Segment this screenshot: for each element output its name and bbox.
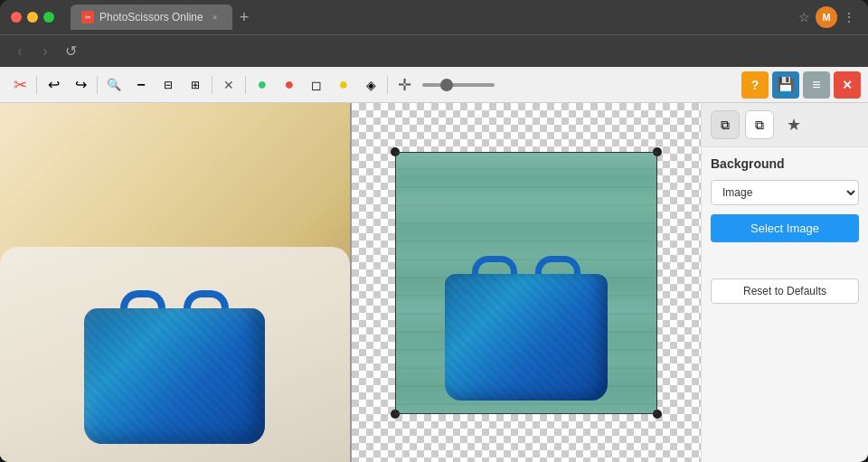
star-icon[interactable]: ☆ <box>796 9 812 25</box>
undo-button[interactable]: ↩ <box>41 72 66 98</box>
move-button[interactable]: ✛ <box>392 72 417 98</box>
panel-tab-copy[interactable]: ⧉ <box>711 110 740 139</box>
panel-body: Background Image Color Transparent Selec… <box>702 147 868 313</box>
foreground-brush-button[interactable]: ● <box>250 72 275 98</box>
background-brush-button[interactable]: ● <box>277 72 302 98</box>
corner-handle-tl[interactable] <box>391 147 400 156</box>
back-button[interactable]: ‹ <box>11 43 29 60</box>
tab-close-button[interactable]: × <box>209 11 222 24</box>
result-panel <box>352 103 702 462</box>
corner-handle-br[interactable] <box>653 410 662 419</box>
browser-icons: ☆ M ⋮ <box>796 6 857 28</box>
separator-2 <box>97 76 98 94</box>
separator-3 <box>212 76 212 94</box>
marker2-button[interactable]: ◈ <box>358 72 383 98</box>
nav-bar: ‹ › ↺ <box>0 34 868 67</box>
app-logo: ✂ <box>7 72 33 98</box>
minimize-window-button[interactable] <box>27 12 38 23</box>
close-button[interactable]: ✕ <box>834 71 861 99</box>
main-content: ⧉ ⧉ ★ Background Image Color Transparent… <box>0 103 868 462</box>
browser-frame: ✂ PhotoScissors Online × + ☆ M ⋮ ‹ › ↺ ✂… <box>0 0 868 462</box>
corner-handle-bl[interactable] <box>391 410 400 419</box>
maximize-window-button[interactable] <box>43 12 54 23</box>
new-tab-button[interactable]: + <box>240 8 250 27</box>
select-image-button[interactable]: Select Image <box>711 214 859 242</box>
canvas-area <box>0 103 701 462</box>
zoom-out-button[interactable]: ⊟ <box>156 72 181 98</box>
tab-title: PhotoScissors Online <box>99 11 203 24</box>
panel-tabs: ⧉ ⧉ ★ <box>702 103 868 147</box>
active-tab[interactable]: ✂ PhotoScissors Online × <box>71 5 232 30</box>
separator-4 <box>245 76 246 94</box>
save-button[interactable]: 💾 <box>772 71 799 99</box>
redo-button[interactable]: ↪ <box>68 72 93 98</box>
tab-favicon: ✂ <box>81 11 94 24</box>
traffic-lights <box>11 12 54 23</box>
background-type-select[interactable]: Image Color Transparent <box>711 180 859 205</box>
original-bag <box>84 290 265 444</box>
menu-button[interactable]: ≡ <box>803 71 830 99</box>
tab-bar: ✂ PhotoScissors Online × + <box>71 5 788 30</box>
zoom-fit-button[interactable]: ⊞ <box>183 72 208 98</box>
zoom-slider[interactable] <box>422 83 495 87</box>
close-window-button[interactable] <box>11 12 22 23</box>
reset-defaults-button[interactable]: Reset to Defaults <box>711 278 859 304</box>
browser-menu-icon[interactable]: ⋮ <box>841 9 857 25</box>
user-avatar[interactable]: M <box>816 6 837 28</box>
original-background <box>0 103 350 462</box>
zoom-minus-button[interactable]: − <box>128 72 154 98</box>
result-background <box>352 103 702 462</box>
title-bar: ✂ PhotoScissors Online × + ☆ M ⋮ <box>0 0 868 34</box>
right-panel: ⧉ ⧉ ★ Background Image Color Transparent… <box>701 103 868 462</box>
right-toolbar: ? 💾 ≡ ✕ <box>741 71 861 99</box>
zoom-slider-container[interactable] <box>422 83 495 87</box>
marker-button[interactable]: ● <box>331 72 356 98</box>
separator-1 <box>36 76 37 94</box>
refresh-button[interactable]: ↺ <box>61 42 80 60</box>
panel-tab-copy2[interactable]: ⧉ <box>745 110 774 139</box>
bag-body <box>84 308 265 444</box>
cancel-button[interactable]: ✕ <box>216 72 241 98</box>
original-panel <box>0 103 352 462</box>
result-bag <box>445 256 608 401</box>
zoom-in-button[interactable]: 🔍 <box>101 72 127 98</box>
bag-texture <box>84 308 265 444</box>
separator-5 <box>387 76 388 94</box>
forward-button[interactable]: › <box>36 43 54 60</box>
app-toolbar: ✂ ↩ ↪ 🔍 − ⊟ ⊞ ✕ ● ● ◻ ● ◈ ✛ ? 💾 ≡ ✕ <box>0 67 868 103</box>
corner-handle-tr[interactable] <box>653 147 662 156</box>
result-image-container[interactable] <box>395 152 657 414</box>
panel-tab-star[interactable]: ★ <box>779 110 808 139</box>
zoom-handle[interactable] <box>440 79 453 91</box>
eraser-button[interactable]: ◻ <box>304 72 329 98</box>
panel-title: Background <box>711 156 859 171</box>
help-button[interactable]: ? <box>741 71 769 99</box>
